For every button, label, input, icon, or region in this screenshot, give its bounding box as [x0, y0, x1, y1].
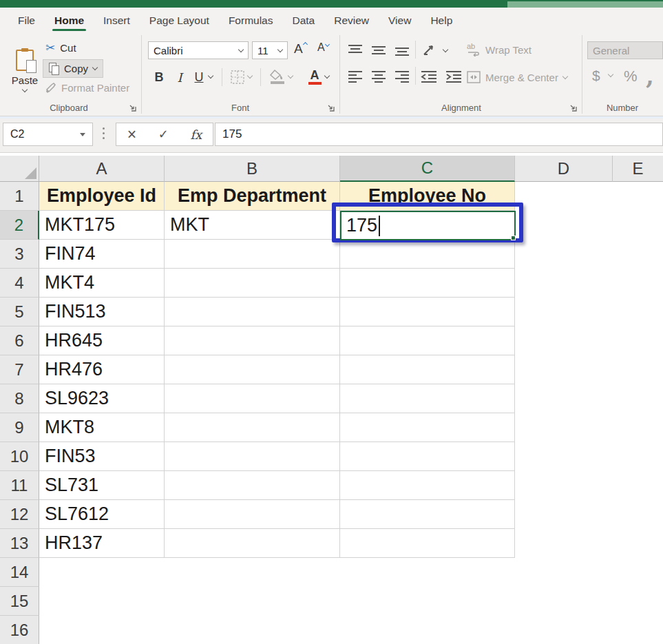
- column-header-d[interactable]: D: [515, 156, 613, 182]
- cell-B7[interactable]: [165, 355, 340, 384]
- cell-B12[interactable]: [165, 500, 340, 529]
- font-color-dropdown-icon[interactable]: [324, 73, 330, 79]
- editing-cell-c2[interactable]: 175: [340, 211, 516, 240]
- column-header-a[interactable]: A: [39, 156, 165, 182]
- orientation-dropdown-icon[interactable]: [443, 47, 448, 52]
- cell-A4[interactable]: MKT4: [39, 269, 165, 298]
- tab-page-layout[interactable]: Page Layout: [140, 8, 219, 33]
- cell-A3[interactable]: FIN74: [39, 240, 165, 269]
- tab-file[interactable]: File: [8, 8, 45, 33]
- row-header-3[interactable]: 3: [0, 240, 39, 269]
- cell-B10[interactable]: [165, 442, 340, 471]
- borders-dropdown-icon[interactable]: [247, 73, 253, 79]
- decrease-indent-button[interactable]: [420, 69, 438, 84]
- name-box[interactable]: C2: [3, 123, 93, 146]
- row-header-8[interactable]: 8: [0, 384, 39, 413]
- clipboard-dialog-launcher[interactable]: [128, 103, 137, 112]
- cell-B1[interactable]: Emp Department: [165, 182, 340, 211]
- cut-button[interactable]: ✂ Cut: [45, 40, 76, 55]
- tab-review[interactable]: Review: [324, 8, 379, 33]
- bottom-align-button[interactable]: [393, 43, 411, 58]
- row-header-4[interactable]: 4: [0, 269, 39, 298]
- italic-button[interactable]: I: [171, 67, 189, 87]
- row-header-5[interactable]: 5: [0, 298, 39, 326]
- cell-B6[interactable]: [165, 326, 340, 355]
- wrap-text-button[interactable]: ab Wrap Text: [467, 43, 532, 56]
- tab-data[interactable]: Data: [282, 8, 324, 33]
- cell-B4[interactable]: [165, 269, 340, 298]
- fill-color-button[interactable]: [269, 67, 286, 87]
- font-size-combo[interactable]: 11: [252, 41, 288, 59]
- cell-A10[interactable]: FIN53: [39, 442, 165, 471]
- underline-dropdown-icon[interactable]: [208, 73, 213, 79]
- cell-C5[interactable]: [340, 298, 515, 326]
- cell-C6[interactable]: [340, 326, 515, 355]
- copy-dropdown-icon[interactable]: [92, 65, 98, 70]
- align-center-button[interactable]: [370, 69, 388, 84]
- cell-A2[interactable]: MKT175: [39, 211, 165, 240]
- cancel-icon[interactable]: ×: [127, 127, 136, 143]
- cell-A5[interactable]: FIN513: [39, 298, 165, 326]
- cell-A8[interactable]: SL9623: [39, 384, 165, 413]
- shrink-font-button[interactable]: A: [317, 41, 329, 59]
- underline-button[interactable]: U: [190, 67, 208, 87]
- cell-A6[interactable]: HR645: [39, 326, 165, 355]
- font-name-combo[interactable]: Calibri: [148, 41, 249, 59]
- cell-B11[interactable]: [165, 471, 340, 500]
- row-header-2[interactable]: 2: [0, 211, 39, 240]
- enter-icon[interactable]: ✓: [158, 127, 169, 142]
- align-left-button[interactable]: [346, 69, 364, 84]
- cell-B5[interactable]: [165, 298, 340, 326]
- currency-format-button[interactable]: $: [592, 67, 600, 84]
- insert-function-icon[interactable]: fx: [190, 127, 202, 142]
- align-right-button[interactable]: [393, 69, 411, 84]
- name-box-dropdown-icon[interactable]: [80, 133, 85, 136]
- row-header-6[interactable]: 6: [0, 326, 39, 355]
- fill-handle[interactable]: [511, 236, 516, 240]
- row-header-14[interactable]: 14: [0, 558, 39, 587]
- merge-center-button[interactable]: Merge & Center: [467, 71, 567, 83]
- merge-center-dropdown-icon[interactable]: [562, 73, 568, 79]
- cell-C7[interactable]: [340, 355, 515, 384]
- tab-view[interactable]: View: [379, 8, 421, 33]
- row-header-9[interactable]: 9: [0, 413, 39, 442]
- row-header-7[interactable]: 7: [0, 355, 39, 384]
- row-header-11[interactable]: 11: [0, 471, 39, 500]
- comma-format-button[interactable]: ,: [646, 62, 654, 90]
- cell-A7[interactable]: HR476: [39, 355, 165, 384]
- row-header-16[interactable]: 16: [0, 616, 39, 644]
- cell-C12[interactable]: [340, 500, 515, 529]
- select-all-corner[interactable]: [0, 156, 39, 182]
- cell-C8[interactable]: [340, 384, 515, 413]
- tab-help[interactable]: Help: [421, 8, 462, 33]
- orientation-button[interactable]: [421, 43, 439, 58]
- cell-B2[interactable]: MKT: [165, 211, 340, 240]
- currency-dropdown-icon[interactable]: [608, 72, 613, 77]
- tab-home[interactable]: Home: [45, 8, 94, 33]
- row-header-10[interactable]: 10: [0, 442, 39, 471]
- tab-insert[interactable]: Insert: [94, 8, 140, 33]
- cell-B8[interactable]: [165, 384, 340, 413]
- cell-A12[interactable]: SL7612: [39, 500, 165, 529]
- row-header-15[interactable]: 15: [0, 587, 39, 616]
- paste-dropdown-icon[interactable]: [22, 86, 28, 92]
- fill-color-dropdown-icon[interactable]: [288, 73, 293, 79]
- cell-A13[interactable]: HR137: [39, 529, 165, 558]
- percent-format-button[interactable]: %: [624, 67, 638, 85]
- column-header-e[interactable]: E: [613, 156, 663, 182]
- cell-C9[interactable]: [340, 413, 515, 442]
- middle-align-button[interactable]: [370, 43, 388, 58]
- format-painter-button[interactable]: Format Painter: [45, 82, 129, 94]
- grow-font-button[interactable]: A: [294, 41, 307, 59]
- row-header-1[interactable]: 1: [0, 182, 39, 211]
- cell-C11[interactable]: [340, 471, 515, 500]
- cell-A11[interactable]: SL731: [39, 471, 165, 500]
- paste-button[interactable]: Paste: [7, 39, 43, 102]
- column-header-b[interactable]: B: [165, 156, 340, 182]
- row-header-12[interactable]: 12: [0, 500, 39, 529]
- bold-button[interactable]: B: [150, 67, 168, 87]
- cell-C4[interactable]: [340, 269, 515, 298]
- cell-B9[interactable]: [165, 413, 340, 442]
- column-header-c[interactable]: C: [340, 156, 515, 182]
- copy-button[interactable]: Copy: [43, 59, 103, 78]
